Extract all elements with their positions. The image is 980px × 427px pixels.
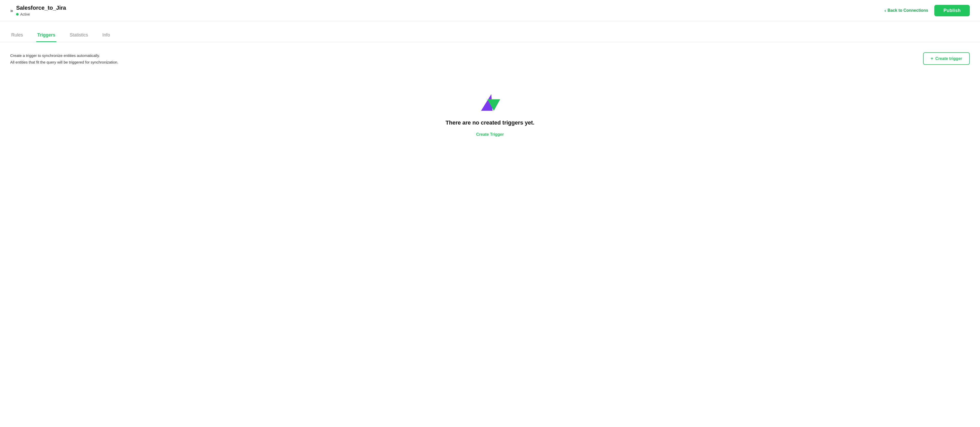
page-header: » Salesforce_to_Jira Active ‹ Back to Co… <box>0 0 980 21</box>
empty-state-title: There are no created triggers yet. <box>445 119 535 126</box>
empty-state: There are no created triggers yet. Creat… <box>10 78 970 147</box>
description-line-1: Create a trigger to synchronize entities… <box>10 52 118 59</box>
title-block: Salesforce_to_Jira Active <box>16 5 66 16</box>
header-left: » Salesforce_to_Jira Active <box>10 5 66 16</box>
status-badge: Active <box>16 12 66 16</box>
status-dot-icon <box>16 13 19 16</box>
tabs-container: Rules Triggers Statistics Info <box>0 29 980 42</box>
back-to-connections-link[interactable]: ‹ Back to Connections <box>885 8 928 13</box>
tab-rules[interactable]: Rules <box>10 29 24 42</box>
header-right: ‹ Back to Connections Publish <box>885 5 970 16</box>
empty-state-icon <box>479 93 501 113</box>
connection-title: Salesforce_to_Jira <box>16 5 66 11</box>
create-trigger-button[interactable]: + Create trigger <box>923 52 970 65</box>
content-area: Create a trigger to synchronize entities… <box>0 42 980 147</box>
tab-info[interactable]: Info <box>101 29 111 42</box>
tab-statistics[interactable]: Statistics <box>68 29 89 42</box>
description-line-2: All entities that fit the query will be … <box>10 59 118 65</box>
content-header: Create a trigger to synchronize entities… <box>10 52 970 65</box>
sidebar-toggle-icon[interactable]: » <box>10 8 13 14</box>
tabs: Rules Triggers Statistics Info <box>10 29 970 42</box>
create-trigger-link[interactable]: Create Trigger <box>476 132 504 137</box>
chevron-left-icon: ‹ <box>885 8 886 13</box>
publish-button[interactable]: Publish <box>934 5 970 16</box>
plus-icon: + <box>931 56 934 61</box>
description-block: Create a trigger to synchronize entities… <box>10 52 118 65</box>
status-label: Active <box>20 12 30 16</box>
tab-triggers[interactable]: Triggers <box>36 29 56 42</box>
